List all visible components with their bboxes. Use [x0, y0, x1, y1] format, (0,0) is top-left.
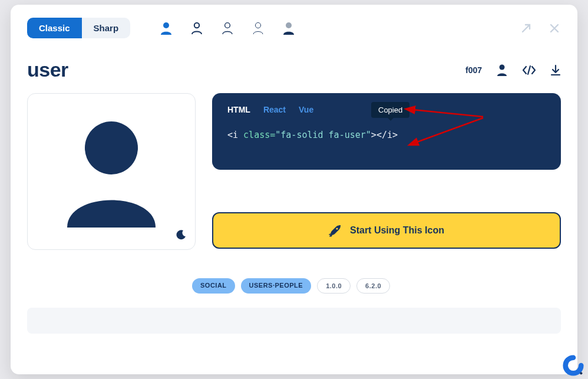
rocket-icon — [329, 224, 342, 237]
code-snippet[interactable]: <i class="fa-solid fa-user"></i> — [227, 130, 546, 140]
svg-point-0 — [163, 22, 169, 28]
svg-point-3 — [255, 22, 260, 28]
tag-users-people[interactable]: USERS·PEOPLE — [241, 278, 312, 294]
style-thin-icon[interactable] — [252, 22, 265, 35]
title-actions: f007 — [465, 64, 561, 77]
download-icon[interactable] — [550, 64, 561, 76]
copy-glyph-icon[interactable] — [496, 64, 508, 77]
toggle-classic[interactable]: Classic — [27, 18, 82, 38]
code-icon[interactable] — [522, 65, 536, 75]
code-panel[interactable]: HTML React Vue <i class="fa-solid fa-use… — [212, 93, 561, 170]
style-regular-icon[interactable] — [190, 22, 203, 35]
header-actions — [520, 22, 561, 35]
footer-bar — [27, 308, 561, 334]
open-external-icon[interactable] — [520, 22, 533, 35]
tab-html[interactable]: HTML — [227, 105, 250, 114]
tag-version-6[interactable]: 6.2.0 — [356, 278, 390, 294]
svg-point-5 — [500, 64, 505, 70]
content-row: HTML React Vue <i class="fa-solid fa-use… — [27, 93, 561, 250]
right-column: HTML React Vue <i class="fa-solid fa-use… — [212, 93, 561, 250]
style-variant-row — [160, 22, 295, 35]
svg-point-9 — [336, 228, 338, 229]
icon-name: user — [27, 58, 68, 81]
style-solid-icon[interactable] — [160, 22, 173, 35]
start-using-button[interactable]: Start Using This Icon — [212, 212, 561, 249]
style-light-icon[interactable] — [221, 22, 234, 35]
icon-preview — [27, 93, 196, 250]
style-duotone-icon[interactable] — [282, 22, 295, 35]
title-row: user f007 — [27, 58, 561, 81]
dark-mode-toggle[interactable] — [176, 229, 187, 242]
svg-point-1 — [194, 22, 199, 27]
tab-react[interactable]: React — [263, 105, 286, 114]
svg-point-4 — [286, 22, 292, 28]
user-icon — [61, 116, 161, 228]
close-icon[interactable] — [548, 22, 561, 35]
svg-point-6 — [85, 121, 138, 174]
toggle-sharp[interactable]: Sharp — [82, 18, 131, 38]
tag-version-1[interactable]: 1.0.0 — [317, 278, 351, 294]
icon-detail-modal: Classic Sharp — [11, 5, 577, 374]
tab-vue[interactable]: Vue — [299, 105, 313, 114]
tag-social[interactable]: SOCIAL — [192, 278, 235, 294]
tags-row: SOCIAL USERS·PEOPLE 1.0.0 6.2.0 — [27, 278, 561, 294]
svg-point-2 — [225, 22, 230, 28]
family-toggle: Classic Sharp — [27, 18, 130, 38]
modal-header: Classic Sharp — [27, 18, 561, 38]
unicode-label[interactable]: f007 — [465, 65, 482, 75]
cta-label: Start Using This Icon — [350, 225, 444, 236]
corner-logo-icon — [562, 354, 584, 377]
copied-tooltip: Copied — [371, 102, 409, 118]
svg-point-10 — [580, 372, 582, 374]
